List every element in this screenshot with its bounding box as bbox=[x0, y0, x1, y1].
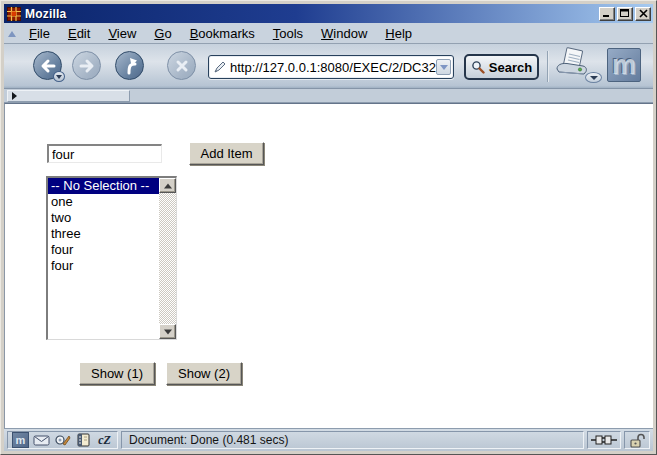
forward-icon bbox=[76, 55, 98, 77]
window-title: Mozilla bbox=[25, 7, 597, 21]
mozilla-app-icon bbox=[7, 7, 21, 21]
menu-edit[interactable]: Edit bbox=[59, 24, 99, 43]
close-icon bbox=[639, 9, 648, 18]
list-item[interactable]: -- No Selection -- bbox=[48, 178, 159, 194]
close-button[interactable] bbox=[635, 7, 651, 21]
triangle-up-icon bbox=[164, 183, 172, 188]
menu-view[interactable]: View bbox=[99, 24, 145, 43]
scroll-up-button[interactable] bbox=[159, 178, 176, 193]
toolbar-separator bbox=[547, 51, 548, 82]
printer-icon bbox=[557, 48, 586, 74]
online-status-panel[interactable] bbox=[587, 431, 621, 449]
url-input[interactable] bbox=[227, 60, 436, 75]
list-item[interactable]: four bbox=[48, 258, 159, 274]
scrollbar-track[interactable] bbox=[159, 193, 176, 324]
show-1-button[interactable]: Show (1) bbox=[79, 362, 155, 385]
search-icon bbox=[471, 60, 485, 74]
unlock-icon bbox=[629, 433, 645, 448]
security-panel[interactable] bbox=[624, 431, 650, 449]
throbber-m-glyph: m bbox=[612, 50, 636, 81]
navigation-toolbar: Search m bbox=[4, 44, 653, 89]
scroll-down-button[interactable] bbox=[159, 324, 176, 339]
browser-window: Mozilla File Edit View Go Bookmarks Tool… bbox=[0, 0, 657, 455]
expand-right-icon bbox=[12, 92, 17, 100]
plug-icon bbox=[591, 434, 617, 446]
listbox-rows: -- No Selection -- one two three four fo… bbox=[48, 178, 159, 339]
navigator-icon[interactable]: m bbox=[12, 432, 29, 448]
chatzilla-icon[interactable]: cZ bbox=[96, 432, 113, 448]
bookmark-pen-icon bbox=[213, 60, 227, 74]
menubar-grippy-icon[interactable] bbox=[8, 31, 16, 37]
forward-button[interactable] bbox=[72, 51, 101, 80]
statusbar: m cZ Document: Done (0.481 secs) bbox=[4, 428, 653, 451]
listbox-scrollbar[interactable] bbox=[159, 178, 176, 339]
item-text-input[interactable] bbox=[47, 144, 162, 163]
navigator-m-glyph: m bbox=[16, 435, 26, 446]
list-item[interactable]: one bbox=[48, 194, 159, 210]
maximize-button[interactable] bbox=[617, 7, 633, 21]
status-text-panel: Document: Done (0.481 secs) bbox=[121, 431, 584, 449]
menubar: File Edit View Go Bookmarks Tools Window… bbox=[4, 23, 653, 44]
page-content: Add Item -- No Selection -- one two thre… bbox=[4, 103, 653, 428]
menu-go[interactable]: Go bbox=[145, 24, 180, 43]
triangle-down-icon bbox=[164, 329, 172, 334]
back-dropdown[interactable] bbox=[53, 71, 65, 82]
menu-tools[interactable]: Tools bbox=[264, 24, 312, 43]
address-book-icon[interactable] bbox=[75, 432, 92, 448]
menu-help[interactable]: Help bbox=[376, 24, 421, 43]
minimize-button[interactable] bbox=[599, 7, 615, 21]
list-item[interactable]: four bbox=[48, 242, 159, 258]
items-listbox: -- No Selection -- one two three four fo… bbox=[46, 176, 177, 340]
chevron-down-icon bbox=[56, 75, 62, 79]
menu-window[interactable]: Window bbox=[312, 24, 376, 43]
add-item-button[interactable]: Add Item bbox=[189, 142, 264, 165]
personal-toolbar-tab[interactable] bbox=[7, 90, 130, 102]
status-text: Document: Done (0.481 secs) bbox=[129, 433, 288, 447]
mozilla-throbber-logo[interactable]: m bbox=[607, 48, 641, 82]
print-dropdown[interactable] bbox=[585, 72, 602, 83]
stop-icon bbox=[171, 55, 193, 77]
titlebar[interactable]: Mozilla bbox=[4, 4, 653, 23]
personal-toolbar-collapsed bbox=[4, 89, 653, 103]
reload-icon bbox=[119, 55, 141, 77]
minimize-icon bbox=[602, 9, 612, 18]
show-2-button[interactable]: Show (2) bbox=[166, 362, 242, 385]
composer-icon[interactable] bbox=[54, 432, 71, 448]
url-bar bbox=[208, 55, 454, 79]
list-item[interactable]: three bbox=[48, 226, 159, 242]
menu-bookmarks[interactable]: Bookmarks bbox=[181, 24, 264, 43]
menu-file[interactable]: File bbox=[20, 24, 59, 43]
mail-icon[interactable] bbox=[33, 432, 50, 448]
url-history-dropdown[interactable] bbox=[436, 59, 451, 75]
chevron-down-icon bbox=[440, 65, 448, 70]
reload-button[interactable] bbox=[115, 51, 144, 80]
stop-button[interactable] bbox=[167, 51, 196, 80]
chevron-down-icon bbox=[590, 76, 598, 80]
search-button[interactable]: Search bbox=[464, 54, 539, 80]
component-bar: m cZ bbox=[7, 431, 118, 449]
search-button-label: Search bbox=[489, 60, 532, 75]
list-item[interactable]: two bbox=[48, 210, 159, 226]
maximize-icon bbox=[620, 9, 630, 18]
